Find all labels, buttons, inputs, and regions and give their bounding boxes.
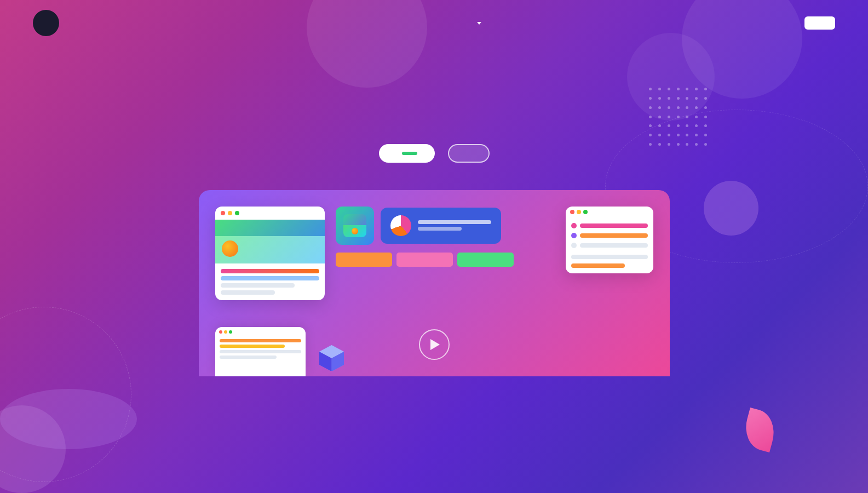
big-widget-lines — [418, 220, 491, 231]
rw-bar-orange — [580, 233, 648, 238]
bw-line-full — [418, 220, 491, 224]
rw-bar-bottom — [571, 255, 648, 259]
pricing-plan-button[interactable] — [804, 16, 835, 30]
bw-sm-line-3 — [220, 350, 301, 353]
hero-section — [0, 46, 868, 376]
play-button[interactable] — [419, 329, 450, 360]
card-lines — [215, 263, 325, 300]
rw-row-1 — [571, 223, 648, 228]
line-gray — [221, 283, 295, 288]
rw-dot-yellow — [577, 210, 581, 214]
big-widget-blue — [381, 208, 501, 244]
bw-sm-lines-1 — [215, 336, 306, 362]
mini-btn-pink — [396, 253, 453, 267]
dot-yellow — [228, 211, 232, 215]
logo-icon — [33, 10, 59, 36]
rw-dot-red — [570, 210, 574, 214]
rw-header — [566, 207, 653, 217]
rw-lines — [566, 217, 653, 273]
line-gray-short — [221, 290, 275, 295]
mini-button-row — [336, 253, 514, 267]
landscape-icon — [343, 214, 366, 237]
cube-3d-icon — [317, 341, 347, 371]
navigation — [0, 0, 868, 46]
mini-btn-green — [457, 253, 514, 267]
chevron-down-icon — [477, 22, 481, 25]
rw-circle-purple — [571, 233, 577, 238]
nav-links — [387, 21, 481, 25]
top-icon-row — [336, 207, 514, 245]
logo[interactable] — [33, 10, 64, 36]
bw-dot-r — [219, 330, 222, 334]
purchase-button[interactable] — [379, 144, 435, 163]
widget-card-left — [215, 207, 325, 300]
dashboard-inner — [215, 207, 653, 300]
line-pink — [221, 269, 319, 273]
icon-card-green — [336, 207, 374, 245]
dot-green — [235, 211, 239, 215]
rw-row-2 — [571, 233, 648, 238]
mini-btn-orange — [336, 253, 392, 267]
bw-sm-line-4 — [220, 356, 277, 359]
bw-sm-line-2 — [220, 345, 285, 348]
card-image — [215, 220, 325, 263]
widget-card-right — [566, 207, 653, 273]
card-header — [215, 207, 325, 220]
play-icon — [430, 339, 440, 350]
bw-sm-header-1 — [215, 330, 306, 336]
hero-buttons — [0, 144, 868, 163]
bottom-widget-1 — [215, 327, 306, 376]
bw-sm-line-1 — [220, 339, 301, 342]
dot-red — [221, 211, 225, 215]
bw-dot-g — [229, 330, 232, 334]
nav-link-get-help[interactable] — [475, 21, 481, 25]
rw-circle-pink — [571, 223, 577, 228]
rw-circle-gray — [571, 243, 577, 248]
pie-chart — [390, 215, 411, 236]
hero-title — [243, 79, 626, 124]
nav-item-get-help[interactable] — [475, 21, 481, 25]
rw-bar-pink — [580, 223, 648, 228]
card-image-circle — [222, 240, 238, 257]
rw-bar-gray — [580, 243, 648, 248]
dashboard-preview — [199, 190, 670, 376]
check-demo-button[interactable] — [448, 144, 490, 163]
bw-dot-y — [224, 330, 227, 334]
rw-dot-green — [583, 210, 588, 214]
line-blue-1 — [221, 276, 319, 280]
rw-row-3 — [571, 243, 648, 248]
bw-line-short — [418, 227, 462, 231]
rw-bar-bottom-2 — [571, 263, 625, 268]
pro-badge — [402, 152, 417, 155]
widget-middle — [336, 207, 514, 267]
